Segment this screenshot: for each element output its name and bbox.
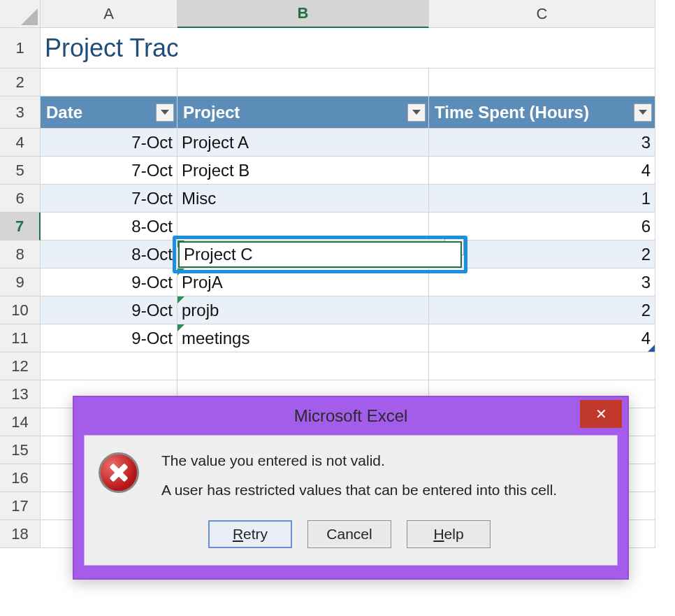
row-header-5[interactable]: 5 [0,157,41,185]
cell-B9[interactable]: ProjA [177,268,429,296]
cell-C4[interactable]: 3 [429,129,655,157]
cell-B6[interactable]: Misc [177,185,429,213]
dialog-message-2: A user has restricted values that can be… [161,480,600,500]
cell-B2[interactable] [177,69,429,96]
dialog-body: The value you entered is not valid. A us… [84,435,618,566]
cell-A6[interactable]: 7-Oct [41,185,177,213]
row-header-2[interactable]: 2 [0,69,41,96]
row-header-14[interactable]: 14 [0,408,41,436]
error-dialog: Microsoft Excel ✕ The value you entered … [73,396,629,580]
row-header-7[interactable]: 7 [0,213,41,241]
cell-B4[interactable]: Project A [177,129,429,157]
cell-B10[interactable]: projb [177,296,429,324]
active-cell-input[interactable]: Project C [178,241,462,268]
table-header-project[interactable]: Project [177,96,429,129]
cell-C1[interactable] [429,28,655,69]
cell-A4[interactable]: 7-Oct [41,129,177,157]
dialog-buttons: Retry Cancel Help [99,520,600,548]
select-all-corner[interactable] [0,0,41,28]
cell-C9[interactable]: 3 [429,268,655,296]
column-header-A[interactable]: A [41,0,177,28]
row-header-6[interactable]: 6 [0,185,41,213]
header-label: Time Spent (Hours) [435,103,589,122]
row-header-4[interactable]: 4 [0,129,41,157]
cell-C5[interactable]: 4 [429,157,655,185]
cell-C6[interactable]: 1 [429,185,655,213]
column-header-C[interactable]: C [429,0,655,28]
cell-B11[interactable]: meetings [177,324,429,352]
cell-A5[interactable]: 7-Oct [41,157,177,185]
cell-A11[interactable]: 9-Oct [41,324,177,352]
btn-label: etry [243,526,268,542]
table-header-time[interactable]: Time Spent (Hours) [429,96,655,129]
row-header-13[interactable]: 13 [0,380,41,408]
help-button[interactable]: Help [407,520,491,548]
cell-C2[interactable] [429,69,655,96]
header-label: Date [46,103,82,122]
cell-A12[interactable] [41,352,177,380]
cell-B12[interactable] [177,352,429,380]
row-header-16[interactable]: 16 [0,464,41,492]
close-button[interactable]: ✕ [580,400,622,428]
cell-A10[interactable]: 9-Oct [41,296,177,324]
filter-dropdown-icon[interactable] [407,103,426,122]
filter-dropdown-icon[interactable] [634,103,652,122]
row-header-8[interactable]: 8 [0,241,41,268]
cell-C10[interactable]: 2 [429,296,655,324]
filter-dropdown-icon[interactable] [156,103,174,122]
header-label: Project [183,103,240,122]
close-icon: ✕ [595,406,607,422]
title-cell[interactable]: Project Tracker [41,28,177,69]
row-header-18[interactable]: 18 [0,520,41,548]
row-header-12[interactable]: 12 [0,352,41,380]
cell-A9[interactable]: 9-Oct [41,268,177,296]
row-header-1[interactable]: 1 [0,28,41,69]
cell-A7[interactable]: 8-Oct [41,213,177,241]
cell-A8[interactable]: 8-Oct [41,241,177,268]
cell-B1[interactable] [177,28,429,69]
table-header-date[interactable]: Date [41,96,177,129]
cell-B5[interactable]: Project B [177,157,429,185]
error-icon [99,452,139,493]
dialog-titlebar[interactable]: Microsoft Excel ✕ [74,397,627,435]
btn-label: elp [444,526,464,542]
column-header-B[interactable]: B [177,0,429,28]
cancel-button[interactable]: Cancel [307,520,391,548]
cell-C12[interactable] [429,352,655,380]
dialog-text: The value you entered is not valid. A us… [161,451,600,510]
row-header-10[interactable]: 10 [0,296,41,324]
cell-C11[interactable]: 4 [429,324,655,352]
row-header-9[interactable]: 9 [0,268,41,296]
row-header-11[interactable]: 11 [0,324,41,352]
dialog-message-1: The value you entered is not valid. [161,451,600,471]
dialog-title: Microsoft Excel [294,406,408,426]
active-cell-highlight: Project C [173,236,467,273]
row-header-17[interactable]: 17 [0,492,41,520]
row-header-15[interactable]: 15 [0,436,41,464]
cell-A2[interactable] [41,69,177,96]
retry-button[interactable]: Retry [208,520,292,548]
row-header-3[interactable]: 3 [0,96,41,129]
cell-B7[interactable] [177,213,429,241]
